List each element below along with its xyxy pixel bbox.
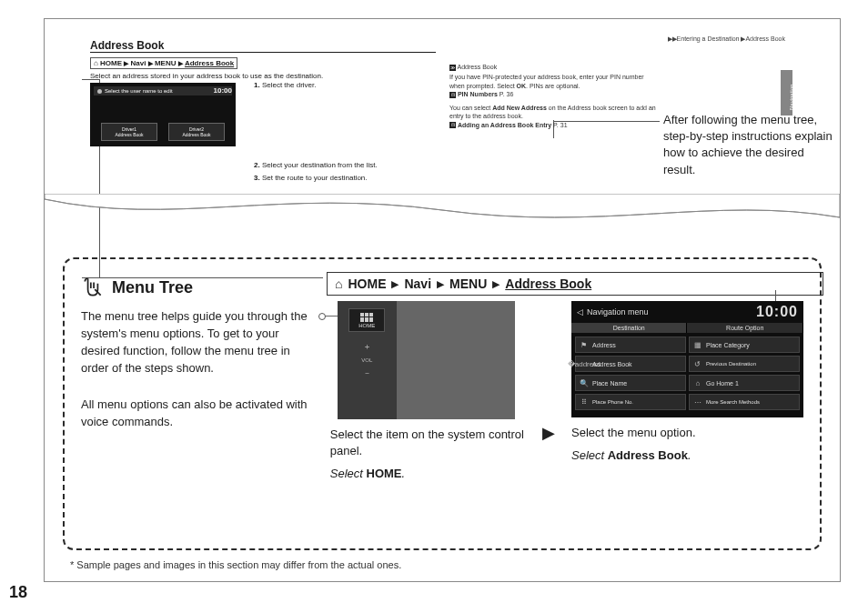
page-number: 18 — [9, 583, 27, 602]
screenshot-navigation-menu: ◁ Navigation menu 10:00 Destination Rout… — [571, 301, 803, 417]
section-heading: Address Book — [90, 37, 436, 53]
volume-icon: VOL — [361, 357, 372, 363]
clock-readout: 10:00 — [756, 304, 798, 320]
tab-destination[interactable]: Destination — [571, 323, 688, 333]
menu-item-go-home[interactable]: ⌂Go Home 1 — [689, 375, 800, 391]
menu-item-place-name[interactable]: 🔍Place Name — [575, 375, 686, 391]
back-icon[interactable]: ◁ — [577, 307, 583, 317]
driver2-button[interactable]: Driver2 Address Book — [168, 123, 225, 141]
menu-tree-heading: Menu Tree — [81, 276, 318, 299]
menu-item-place-category[interactable]: ▦Place Category — [689, 337, 800, 353]
menu-item-address[interactable]: ⚑Address — [575, 337, 686, 353]
flow-arrow-icon: ▶ — [539, 276, 559, 536]
menu-item-place-phone[interactable]: ⠿Place Phone No. — [575, 394, 686, 410]
keypad-icon: ⠿ — [580, 397, 589, 407]
chevron-right-icon: ▶ — [178, 60, 183, 66]
menu-item-more-search[interactable]: ⋯More Search Methods — [689, 394, 800, 410]
running-header: ▶▶Entering a Destination ▶Address Book — [668, 35, 785, 43]
search-icon: 🔍 — [580, 378, 589, 387]
driver1-button[interactable]: Driver1 Address Book — [101, 123, 157, 141]
chevron-right-icon: ▶ — [124, 60, 128, 66]
explanation-paragraph: All menu options can also be activated w… — [81, 397, 318, 431]
section-intro: Select an address stored in your address… — [90, 72, 436, 80]
history-icon: ↺ — [693, 359, 702, 368]
screenshot-select-driver: Select the user name to edit 10:00 Drive… — [90, 83, 236, 146]
minus-icon: － — [363, 367, 371, 379]
menu-item-address-book[interactable]: �addressAddress Book — [575, 356, 686, 372]
callout-text: After following the menu tree, step-by-s… — [663, 112, 836, 178]
nav-caption: Select the menu option. — [571, 425, 803, 441]
explanation-box: Menu Tree The menu tree helps guide you … — [63, 257, 822, 550]
leader-line — [775, 290, 776, 301]
nav-action: Select Address Book. — [571, 448, 803, 462]
grid-icon — [360, 313, 373, 322]
clock-readout: 10:00 — [214, 86, 232, 95]
panel-step-column: HOME ＋ VOL － Select the item on the syst… — [330, 276, 527, 536]
book-icon: �address — [580, 359, 589, 368]
screenshot-control-panel: HOME ＋ VOL － — [338, 301, 515, 419]
step-list: 1. Select the driver. 2. Select your des… — [254, 81, 422, 183]
page-frame: ▶▶Entering a Destination ▶Address Book N… — [44, 18, 841, 582]
panel-action: Select HOME. — [330, 467, 527, 480]
footnote: * Sample pages and images in this sectio… — [70, 559, 401, 570]
info-icon: ≫ — [449, 65, 456, 71]
ref-icon: ⊡ — [449, 92, 456, 98]
pointer-icon — [81, 276, 105, 299]
more-icon: ⋯ — [693, 397, 702, 407]
home-button[interactable]: HOME — [348, 308, 385, 332]
plus-icon: ＋ — [363, 341, 371, 353]
torn-edge — [45, 194, 840, 230]
menu-tree-crumb: ⌂ HOME ▶ Navi ▶ MENU ▶ Address Book — [90, 53, 794, 69]
explanation-paragraph: The menu tree helps guide you through th… — [81, 308, 318, 377]
ref-icon: ⊡ — [449, 122, 456, 128]
home-icon: ⌂ — [693, 378, 702, 387]
panel-caption: Select the item on the system control pa… — [330, 427, 527, 459]
side-tab-navigation: Navigation — [781, 70, 792, 116]
tab-route-option[interactable]: Route Option — [687, 323, 803, 333]
leader-line — [323, 316, 338, 317]
back-icon — [97, 89, 102, 94]
home-icon: ⌂ — [94, 59, 98, 67]
chevron-right-icon: ▶ — [148, 60, 153, 66]
category-icon: ▦ — [693, 340, 702, 349]
info-sidebar: ≫ Address Book If you have PIN-protected… — [449, 63, 659, 129]
explanation-text-column: Menu Tree The menu tree helps guide you … — [81, 276, 318, 536]
nav-step-column: ◁ Navigation menu 10:00 Destination Rout… — [571, 276, 803, 536]
menu-item-previous-destination[interactable]: ↺Previous Destination — [689, 356, 800, 372]
flag-icon: ⚑ — [580, 340, 589, 349]
